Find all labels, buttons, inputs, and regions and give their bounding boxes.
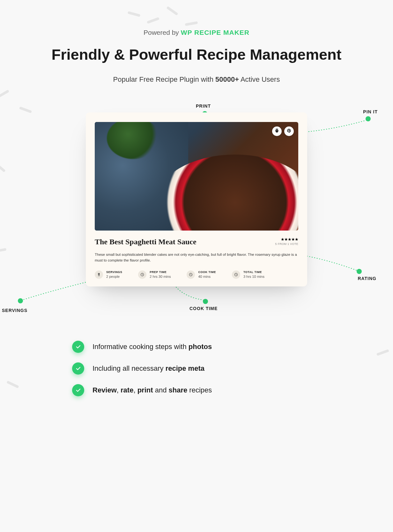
- check-icon: [72, 341, 84, 353]
- pinterest-icon: [287, 128, 291, 134]
- brand-name: WP RECIPE MAKER: [181, 29, 249, 36]
- feature-text: Review, rate, print and share recipes: [93, 386, 212, 394]
- meta-value: 2 hrs 30 mins: [150, 275, 171, 278]
- feature-item: Review, rate, print and share recipes: [72, 384, 212, 396]
- check-icon: [72, 384, 84, 396]
- meta-label: SERVINGS: [106, 270, 122, 274]
- callout-cooktime: COOK TIME: [189, 306, 218, 311]
- meta-label: COOK TIME: [198, 270, 216, 274]
- meta-label: PREP TIME: [150, 270, 171, 274]
- meta-totaltime: TOTAL TIME 3 hrs 10 mins: [232, 270, 264, 279]
- feature-text: Including all necessary recipe meta: [93, 364, 204, 373]
- callout-dot-pinit: [366, 116, 371, 121]
- callout-dot-rating: [357, 269, 362, 274]
- callout-servings: SERVINGS: [2, 308, 27, 313]
- meta-value: 2 people: [106, 275, 122, 278]
- powered-by-prefix: Powered by: [144, 29, 181, 36]
- meta-servings: SERVINGS 2 people: [95, 270, 122, 279]
- feature-list: Informative cooking steps with photos In…: [0, 341, 393, 396]
- meta-value: 40 mins: [198, 275, 216, 278]
- feature-item: Including all necessary recipe meta: [72, 362, 204, 375]
- meta-value: 3 hrs 10 mins: [243, 275, 264, 278]
- meta-preptime: PREP TIME 2 hrs 30 mins: [138, 270, 171, 279]
- recipe-card: The Best Spaghetti Meat Sauce ★★★★★ 5 FR…: [86, 112, 307, 286]
- pin-button[interactable]: [284, 126, 294, 136]
- page-title: Friendly & Powerful Recipe Management: [0, 46, 393, 63]
- callout-rating: RATING: [358, 276, 376, 281]
- rating-stars: ★★★★★: [275, 237, 298, 242]
- recipe-meta-row: SERVINGS 2 people PREP TIME 2 hrs 30 min…: [95, 270, 298, 279]
- feature-text: Informative cooking steps with photos: [93, 343, 212, 351]
- meta-cooktime: COOK TIME 40 mins: [187, 270, 216, 279]
- recipe-description: These small but sophisticated blender ca…: [95, 252, 298, 263]
- clock-icon: [187, 270, 195, 279]
- printer-icon: [275, 128, 279, 134]
- recipe-hero-image: [95, 122, 298, 231]
- powered-by: Powered by WP RECIPE MAKER: [0, 29, 393, 36]
- meta-label: TOTAL TIME: [243, 270, 264, 274]
- feature-item: Informative cooking steps with photos: [72, 341, 212, 353]
- callout-dot-cooktime: [203, 299, 208, 304]
- print-button[interactable]: [272, 126, 282, 136]
- rating-text: 5 FROM 1 VOTE: [275, 242, 298, 246]
- page-subtitle: Popular Free Recipe Plugin with 50000+ A…: [0, 75, 393, 84]
- utensils-icon: [95, 270, 103, 279]
- rating-block[interactable]: ★★★★★ 5 FROM 1 VOTE: [275, 237, 298, 246]
- callout-dot-servings: [18, 298, 23, 303]
- recipe-title: The Best Spaghetti Meat Sauce: [95, 238, 298, 246]
- callout-print: PRINT: [196, 103, 211, 109]
- callout-pinit: PIN IT: [363, 109, 378, 114]
- check-icon: [72, 362, 84, 375]
- clock-icon: [232, 270, 240, 279]
- clock-icon: [138, 270, 146, 279]
